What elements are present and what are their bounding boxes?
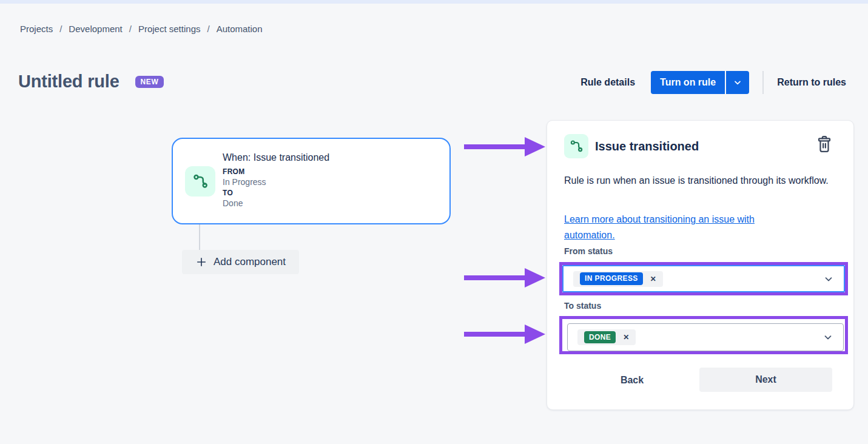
trigger-card-issue-transitioned[interactable]: When: Issue transitioned FROM In Progres… bbox=[172, 138, 451, 224]
panel-title: Issue transitioned bbox=[595, 140, 699, 153]
breadcrumb-separator: / bbox=[129, 24, 132, 34]
new-badge: NEW bbox=[135, 76, 164, 88]
chevron-down-icon bbox=[733, 78, 742, 87]
trigger-to-label: TO bbox=[223, 189, 329, 197]
arrow-shaft bbox=[464, 332, 527, 337]
trigger-from-value: In Progress bbox=[223, 177, 329, 187]
breadcrumb-project-settings[interactable]: Project settings bbox=[138, 24, 201, 34]
trigger-to-value: Done bbox=[223, 198, 329, 208]
page-title: Untitled rule bbox=[18, 72, 119, 92]
breadcrumb-separator: / bbox=[59, 24, 62, 34]
rule-details-link[interactable]: Rule details bbox=[580, 77, 635, 88]
plus-icon bbox=[195, 256, 207, 268]
to-status-chip: DONE ✕ bbox=[577, 329, 636, 345]
add-component-button[interactable]: Add component bbox=[182, 250, 299, 274]
annotation-arrow-panel-header bbox=[464, 137, 545, 156]
flow-connector-line bbox=[199, 224, 200, 250]
header-actions: Rule details Turn on rule Return to rule… bbox=[580, 70, 846, 95]
breadcrumb-development[interactable]: Development bbox=[69, 24, 122, 34]
turn-on-rule-dropdown-button[interactable] bbox=[726, 71, 749, 94]
issue-transitioned-icon bbox=[185, 166, 215, 197]
to-status-select[interactable]: DONE ✕ bbox=[567, 323, 844, 351]
breadcrumb-automation[interactable]: Automation bbox=[217, 24, 263, 34]
return-to-rules-link[interactable]: Return to rules bbox=[777, 77, 846, 88]
chevron-down-icon[interactable] bbox=[823, 274, 834, 284]
from-status-select[interactable]: IN PROGRESS ✕ bbox=[562, 265, 845, 292]
automation-rule-editor: Projects / Development / Project setting… bbox=[0, 0, 868, 444]
arrow-shaft bbox=[464, 275, 527, 280]
arrow-head bbox=[525, 268, 545, 288]
chevron-down-icon[interactable] bbox=[823, 332, 833, 343]
breadcrumb-separator: / bbox=[207, 24, 209, 34]
in-progress-tag: IN PROGRESS bbox=[580, 272, 643, 284]
trigger-card-text: When: Issue transitioned FROM In Progres… bbox=[223, 152, 329, 210]
breadcrumb-projects[interactable]: Projects bbox=[20, 24, 53, 34]
trash-icon bbox=[815, 134, 833, 155]
top-accent-band bbox=[0, 0, 868, 4]
arrow-shaft bbox=[464, 144, 527, 149]
turn-on-rule-split-button: Turn on rule bbox=[651, 71, 749, 94]
issue-transitioned-icon bbox=[564, 134, 588, 158]
learn-more-link[interactable]: Learn more about transitioning an issue … bbox=[564, 212, 795, 243]
page-header: Untitled rule NEW bbox=[18, 72, 164, 92]
breadcrumb: Projects / Development / Project setting… bbox=[20, 24, 263, 34]
trigger-from-label: FROM bbox=[223, 167, 329, 176]
annotation-box-from-status: IN PROGRESS ✕ bbox=[559, 262, 848, 295]
header-divider bbox=[762, 71, 764, 94]
remove-from-status-icon[interactable]: ✕ bbox=[650, 275, 656, 283]
back-button[interactable]: Back bbox=[610, 370, 654, 391]
arrow-head bbox=[525, 325, 545, 344]
done-tag: DONE bbox=[584, 331, 616, 343]
remove-to-status-icon[interactable]: ✕ bbox=[623, 334, 629, 341]
trigger-title: When: Issue transitioned bbox=[223, 152, 329, 163]
panel-description: Rule is run when an issue is transitione… bbox=[564, 172, 840, 189]
to-status-label: To status bbox=[564, 301, 601, 311]
from-status-chip: IN PROGRESS ✕ bbox=[573, 271, 663, 287]
from-status-label: From status bbox=[564, 246, 613, 256]
add-component-label: Add component bbox=[214, 256, 286, 268]
annotation-arrow-from-status bbox=[464, 268, 545, 288]
annotation-box-to-status: DONE ✕ bbox=[559, 316, 848, 354]
annotation-arrow-to-status bbox=[464, 325, 545, 344]
turn-on-rule-button[interactable]: Turn on rule bbox=[651, 71, 725, 94]
next-button[interactable]: Next bbox=[699, 368, 832, 392]
arrow-head bbox=[525, 137, 545, 156]
delete-trigger-button[interactable] bbox=[814, 133, 835, 156]
trigger-config-panel: Issue transitioned Rule is run when an i… bbox=[547, 120, 854, 410]
